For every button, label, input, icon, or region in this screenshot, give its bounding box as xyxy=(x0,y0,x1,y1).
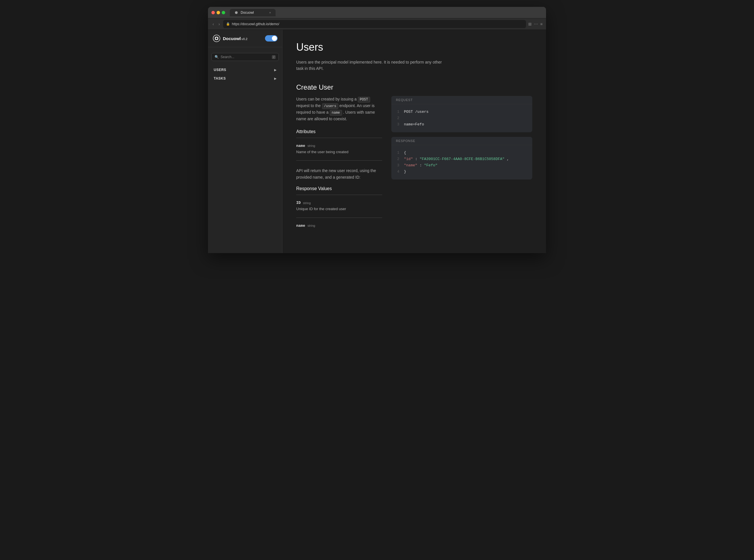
search-placeholder: Search... xyxy=(220,55,270,59)
address-bar[interactable]: 🔒 https://docuowl.github.io/demo/ xyxy=(223,20,526,28)
response-text-1: { xyxy=(404,150,406,156)
search-box[interactable]: 🔍 Search... / xyxy=(211,53,279,61)
response-linenum-1: 1 xyxy=(396,150,399,156)
attr-name-label: name xyxy=(296,144,305,148)
address-bar-row: ‹ › 🔒 https://docuowl.github.io/demo/ ⊞ … xyxy=(208,18,546,30)
more-icon[interactable]: ⋯ xyxy=(534,22,538,26)
attr-name-row: name string Name of the user being creat… xyxy=(296,141,382,158)
title-bar: D Docuowl × xyxy=(208,7,546,18)
response-text-3: "name" : "Fefo" xyxy=(404,162,438,168)
logo-icon xyxy=(213,34,220,42)
response-line-4: 4 } xyxy=(396,168,528,175)
search-icon: 🔍 xyxy=(215,55,219,59)
nav-section: USERS ▶ TASKS ▶ xyxy=(208,63,282,85)
response-line-1: 1 { xyxy=(396,150,528,156)
app-layout: Docuowlv0.2 🔍 Search... / USERS ▶ TASKS xyxy=(208,30,546,253)
browser-tab[interactable]: D Docuowl × xyxy=(230,9,276,16)
post-code: POST xyxy=(358,97,370,102)
extended-desc: API will return the new user record, usi… xyxy=(296,167,382,180)
traffic-lights xyxy=(211,11,225,14)
attr-divider-top xyxy=(296,138,382,138)
attr-id-label: ID xyxy=(296,201,301,205)
sidebar-item-tasks-arrow: ▶ xyxy=(274,77,276,80)
request-line-1: 1 POST /users xyxy=(396,109,528,115)
sidebar-item-users-arrow: ▶ xyxy=(274,68,276,72)
attr-name-desc: Name of the user being created xyxy=(296,149,382,155)
request-text-3: name=Fefo xyxy=(404,121,424,128)
brand-name: Docuowlv0.2 xyxy=(223,36,248,41)
tab-title: Docuowl xyxy=(240,11,254,15)
create-user-section-title: Create User xyxy=(296,83,532,91)
back-button[interactable]: ‹ xyxy=(211,21,215,27)
response-line-2: 2 "id" : "FA3901CC-F667-4AA0-8CFE-B6B1C5… xyxy=(396,156,528,162)
search-shortcut: / xyxy=(272,55,276,59)
response-linenum-2: 2 xyxy=(396,156,399,162)
page-description: Users are the principal model implemente… xyxy=(296,59,445,72)
response-code-block: RESPONSE 1 { 2 "id" : xyxy=(391,137,532,180)
response-key-name: "name" xyxy=(404,163,418,167)
request-linenum-1: 1 xyxy=(396,109,399,115)
attr-name2-row: name string xyxy=(296,221,382,232)
request-text-1: POST /users xyxy=(404,109,429,115)
logo-brand: Docuowlv0.2 xyxy=(213,34,248,42)
request-line-2: 2 xyxy=(396,115,528,121)
response-colon-2: : xyxy=(420,163,424,167)
response-text-4: } xyxy=(404,168,406,175)
maximize-button-green[interactable] xyxy=(222,11,225,14)
response-divider-top xyxy=(296,195,382,195)
attr-name2-label: name xyxy=(296,224,305,228)
hamburger-icon[interactable]: ≡ xyxy=(540,22,543,26)
response-values-title: Response Values xyxy=(296,186,382,191)
create-user-two-col: Users can be created by issuing a POST r… xyxy=(296,96,532,232)
users-endpoint-code: /users xyxy=(322,103,338,109)
dark-mode-toggle[interactable] xyxy=(265,35,277,41)
sidebar-item-tasks-label: TASKS xyxy=(214,77,226,80)
request-text-2 xyxy=(404,115,406,121)
response-linenum-3: 3 xyxy=(396,162,399,168)
svg-point-3 xyxy=(216,38,217,39)
toggle-knob xyxy=(272,36,277,41)
attr-divider-bottom xyxy=(296,160,382,161)
svg-text:D: D xyxy=(235,12,237,14)
request-code-block: REQUEST 1 POST /users 2 3 xyxy=(391,96,532,132)
attr-id-desc: Unique ID for the created user xyxy=(296,206,382,212)
attributes-section: Attributes name string Name of the user … xyxy=(296,129,382,161)
create-user-desc: Users can be created by issuing a POST r… xyxy=(296,96,382,122)
minimize-button-yellow[interactable] xyxy=(217,11,220,14)
sidebar-item-users[interactable]: USERS ▶ xyxy=(208,65,282,74)
logo-area: Docuowlv0.2 xyxy=(208,34,282,47)
response-colon-1: : xyxy=(415,157,420,161)
response-values-section: Response Values ID string Unique ID for … xyxy=(296,186,382,232)
main-content: Users Users are the principal model impl… xyxy=(283,30,546,253)
attr-id-type: string xyxy=(303,201,311,205)
request-line-3: 3 name=Fefo xyxy=(396,121,528,128)
response-section: API will return the new user record, usi… xyxy=(296,167,382,232)
create-user-left-col: Users can be created by issuing a POST r… xyxy=(296,96,382,232)
request-header: REQUEST xyxy=(391,96,532,104)
response-key-id: "id" xyxy=(404,157,413,161)
attr-id-header-row: ID string xyxy=(296,201,382,205)
forward-button[interactable]: › xyxy=(217,21,221,27)
shield-icon: 🔒 xyxy=(226,22,230,26)
response-value-name: "Fefo" xyxy=(424,163,438,167)
sidebar-toggle-icon[interactable]: ⊞ xyxy=(528,22,532,26)
request-linenum-3: 3 xyxy=(396,121,399,128)
attr-name-type: string xyxy=(307,144,315,147)
response-header: RESPONSE xyxy=(391,137,532,145)
close-button-red[interactable] xyxy=(211,11,215,14)
response-line-3: 3 "name" : "Fefo" xyxy=(396,162,528,168)
response-code-body: 1 { 2 "id" : "FA3901CC-F667-4AA0-8CFE-B6… xyxy=(391,145,532,180)
sidebar-item-tasks[interactable]: TASKS ▶ xyxy=(208,74,282,83)
tab-close-icon[interactable]: × xyxy=(269,11,271,14)
create-user-right-col: REQUEST 1 POST /users 2 3 xyxy=(391,96,532,232)
request-code-body: 1 POST /users 2 3 name=Fefo xyxy=(391,104,532,132)
security-icons: 🔒 xyxy=(226,22,230,26)
request-linenum-2: 2 xyxy=(396,115,399,121)
browser-menu-buttons: ⊞ ⋯ ≡ xyxy=(528,22,543,26)
attr-id-row: ID string Unique ID for the created user xyxy=(296,198,382,215)
response-comma-1: , xyxy=(507,157,509,161)
attr-name2-header-row: name string xyxy=(296,224,382,228)
response-divider-mid xyxy=(296,218,382,218)
sidebar-item-users-label: USERS xyxy=(214,68,226,72)
response-text-2: "id" : "FA3901CC-F667-4AA0-8CFE-B6B1C505… xyxy=(404,156,509,162)
